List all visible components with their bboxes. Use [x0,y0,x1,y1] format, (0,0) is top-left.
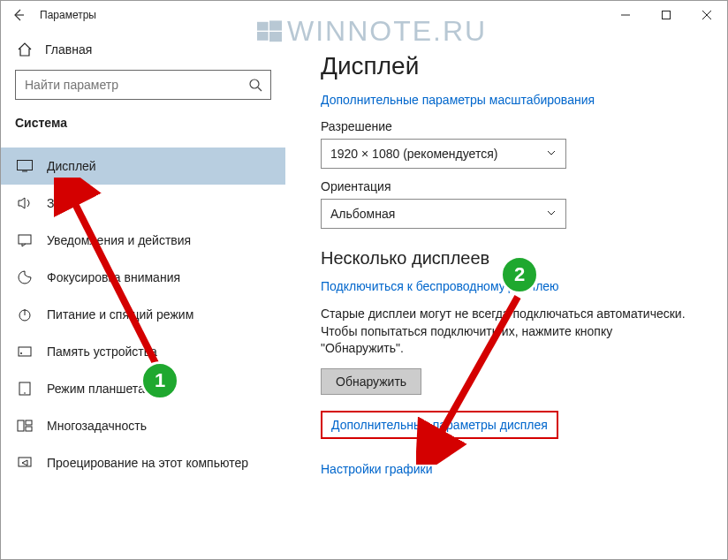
home-label: Главная [45,42,92,57]
power-icon [17,306,33,322]
svg-rect-13 [18,420,24,431]
scaling-link[interactable]: Дополнительные параметры масштабирования [321,93,692,107]
maximize-button[interactable] [646,1,686,29]
display-icon [17,158,33,174]
annotation-arrow-1 [54,178,186,390]
svg-rect-7 [19,235,31,244]
sidebar-item-projecting[interactable]: Проецирование на этот компьютер [1,444,285,481]
sidebar-group-title: Система [1,116,285,139]
svg-rect-9 [19,347,31,356]
resolution-value: 1920 × 1080 (рекомендуется) [330,147,497,161]
back-button[interactable] [1,1,36,29]
home-link[interactable]: Главная [1,34,285,70]
window-controls [605,1,727,29]
chevron-down-icon [546,147,557,161]
annotation-badge-2: 2 [500,255,539,294]
titlebar: Параметры [1,1,727,29]
svg-rect-6 [18,161,33,170]
resolution-label: Разрешение [321,119,692,133]
storage-icon [17,344,33,359]
svg-line-18 [436,297,518,443]
annotation-arrow-2 [416,288,557,465]
search-input[interactable] [15,70,271,100]
sidebar-item-label: Дисплей [47,159,96,173]
minimize-button[interactable] [605,1,646,29]
sound-icon [17,195,33,211]
chevron-down-icon [546,207,557,221]
resolution-select[interactable]: 1920 × 1080 (рекомендуется) [321,139,566,169]
notifications-icon [17,232,33,248]
focus-icon [17,269,33,285]
sidebar-item-label: Проецирование на этот компьютер [47,456,248,470]
close-button[interactable] [686,1,727,29]
svg-point-10 [20,352,22,354]
window-title: Параметры [40,9,96,21]
svg-point-5 [250,79,259,88]
tablet-icon [17,381,33,397]
orientation-label: Ориентация [321,179,692,193]
detect-button[interactable]: Обнаружить [321,368,421,395]
annotation-badge-1: 1 [140,361,179,400]
multitask-icon [17,418,33,434]
search-field[interactable] [16,78,240,92]
svg-point-12 [24,392,26,394]
sidebar-item-multitask[interactable]: Многозадачность [1,407,285,444]
svg-rect-4 [663,11,671,19]
svg-rect-14 [26,420,32,425]
svg-rect-15 [26,427,32,431]
orientation-select[interactable]: Альбомная [321,199,566,229]
sidebar-item-label: Многозадачность [47,419,147,433]
home-icon [17,42,33,57]
orientation-value: Альбомная [330,207,395,221]
projecting-icon [17,455,33,471]
svg-line-17 [70,193,160,372]
page-title: Дисплей [321,52,692,80]
search-icon [240,70,270,100]
